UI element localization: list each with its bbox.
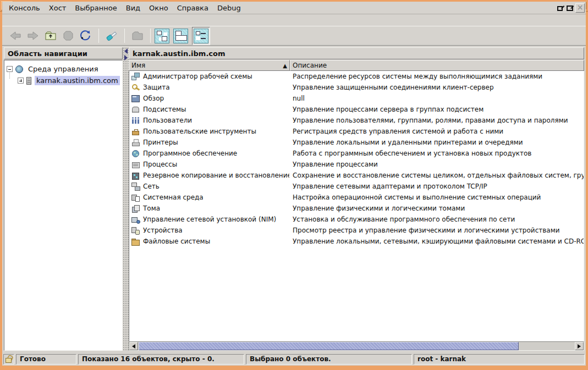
menu-window[interactable]: Окно [145, 3, 173, 13]
table-row[interactable]: ЗащитаУправление защищенными соединениям… [129, 82, 584, 93]
scroll-right-button[interactable] [575, 342, 584, 350]
tree-connector [9, 73, 10, 79]
menu-help[interactable]: Справка [173, 3, 213, 13]
row-description: Управление физическими и логическими том… [289, 205, 584, 212]
app-body: Консоль Хост Выбранное Вид Окно Справка … [2, 2, 586, 366]
menu-view[interactable]: Вид [122, 3, 145, 13]
tree-item-label-selected[interactable]: karnak.austin.ibm.com [35, 76, 120, 85]
back-button[interactable] [7, 27, 24, 44]
table-row[interactable]: Программное обеспечениеРабота с программ… [129, 148, 584, 159]
row-name-cell: Администратор рабочей схемы [129, 73, 289, 81]
table-row[interactable]: ПодсистемыУправление процессами сервера … [129, 104, 584, 115]
scrollbar-thumb[interactable] [139, 342, 519, 350]
main-panel-title: karnak.austin.ibm.com [133, 49, 226, 58]
row-description: Управление защищенными соединениями клие… [289, 84, 584, 91]
navigation-tree: Среда управления karnak.austin.ibm.com [4, 60, 123, 351]
row-name: Программное обеспечение [143, 150, 237, 157]
tree-details-view-button[interactable] [194, 29, 208, 43]
table-row[interactable]: ПользователиУправление пользователями, г… [129, 115, 584, 126]
status-selected-objects: Выбрано 0 объектов. [246, 354, 412, 365]
security-icon [131, 84, 140, 92]
status-ready: Готово [16, 354, 76, 365]
table-row[interactable]: Администратор рабочей схемыРаспределение… [129, 71, 584, 82]
table-row[interactable]: СетьУправление сетевыми адаптерами и про… [129, 181, 584, 192]
table-header: Имя Описание [129, 60, 584, 71]
globe-icon [15, 65, 23, 73]
table-row[interactable]: Управление сетевой установкой (NIM)Устан… [129, 214, 584, 225]
panel-splitter[interactable] [123, 47, 129, 351]
table-row[interactable]: Резервное копирование и восстановлениеСо… [129, 170, 584, 181]
table-body: Администратор рабочей схемыРаспределение… [129, 71, 584, 341]
restore-small-icon[interactable] [557, 4, 564, 12]
table-row[interactable]: УстройстваПросмотр реестра и управление … [129, 225, 584, 236]
table-row[interactable]: ПроцессыУправление процессами [129, 159, 584, 170]
console-window-controls [557, 3, 586, 13]
volumes-icon [131, 205, 140, 213]
devices-icon [131, 227, 140, 235]
security-status-cell [3, 354, 14, 365]
up-level-icon [44, 29, 57, 42]
forward-button[interactable] [24, 27, 42, 44]
up-level-button[interactable] [42, 27, 59, 44]
row-name-cell: Тома [129, 205, 289, 213]
toolbar-separator [124, 29, 125, 43]
restore-large-icon[interactable] [566, 4, 573, 12]
printers-icon [131, 139, 140, 147]
sort-ascending-icon [283, 63, 287, 69]
filesystems-icon [131, 238, 140, 246]
menu-selected[interactable]: Выбранное [70, 3, 121, 13]
tree-item-label[interactable]: Среда управления [26, 64, 100, 74]
status-shown-objects: Показано 16 объектов, скрыто - 0. [78, 354, 244, 365]
open-folder-button[interactable] [129, 27, 146, 44]
row-description: Работа с программным обеспечением и уста… [289, 150, 584, 157]
menu-host[interactable]: Хост [45, 3, 71, 13]
table-row[interactable]: Файловые системыУправление локальными, с… [129, 236, 584, 247]
scroll-right-icon [578, 344, 581, 349]
column-description-label: Описание [293, 62, 327, 69]
row-name: Подсистемы [143, 106, 186, 113]
row-name: Сеть [143, 183, 160, 190]
navigation-panel: Область навигации Среда управления [4, 47, 123, 351]
row-name: Пользовательские инструменты [143, 128, 256, 135]
details-view-button[interactable] [173, 29, 188, 43]
stop-button[interactable] [59, 27, 77, 44]
column-name-label: Имя [131, 62, 145, 69]
column-header-description[interactable]: Описание [290, 60, 584, 71]
close-console-icon[interactable] [575, 3, 585, 13]
stop-icon [62, 29, 75, 42]
app-window: Web-администратор системы - /home/root/W… [0, 0, 588, 370]
column-header-name[interactable]: Имя [129, 60, 290, 71]
row-description: Управление локальными и удаленными принт… [289, 139, 584, 146]
row-description: Управление процессами сервера в группах … [289, 106, 584, 113]
large-icons-view-button[interactable] [155, 29, 169, 43]
reload-button[interactable] [77, 27, 95, 44]
collapse-icon[interactable] [7, 66, 13, 72]
menu-console[interactable]: Консоль [4, 3, 45, 13]
row-name-cell: Защита [129, 84, 289, 92]
find-button[interactable] [103, 27, 120, 44]
table-row[interactable]: Системная средаНастройка операционной си… [129, 192, 584, 203]
splitter-expand-right-icon[interactable] [124, 55, 128, 60]
table-row[interactable]: Обзорnull [129, 93, 584, 104]
row-name: Резервное копирование и восстановление [143, 172, 289, 179]
row-name-cell: Файловые системы [129, 238, 289, 246]
tree-item-host[interactable]: karnak.austin.ibm.com [7, 75, 122, 86]
scrollbar-track[interactable] [138, 342, 575, 350]
expand-icon[interactable] [18, 78, 24, 84]
scroll-left-button[interactable] [129, 342, 138, 350]
horizontal-scrollbar [129, 341, 584, 351]
table-row[interactable]: Пользовательские инструментыРегистрация … [129, 126, 584, 137]
nim-icon [131, 216, 140, 224]
row-name: Управление сетевой установкой (NIM) [143, 216, 276, 223]
reload-icon [79, 29, 92, 42]
table-row[interactable]: ПринтерыУправление локальными и удаленны… [129, 137, 584, 148]
menu-debug[interactable]: Debug [213, 3, 245, 13]
network-icon [131, 183, 140, 191]
table-row[interactable]: ТомаУправление физическими и логическими… [129, 203, 584, 214]
tree-item-management-environment[interactable]: Среда управления [7, 63, 122, 75]
scroll-left-icon [132, 344, 135, 349]
find-icon [105, 29, 119, 43]
splitter-collapse-left-icon[interactable] [124, 48, 128, 54]
main-panel: karnak.austin.ibm.com Имя Описание Админ… [129, 47, 584, 351]
row-name: Администратор рабочей схемы [143, 73, 252, 80]
